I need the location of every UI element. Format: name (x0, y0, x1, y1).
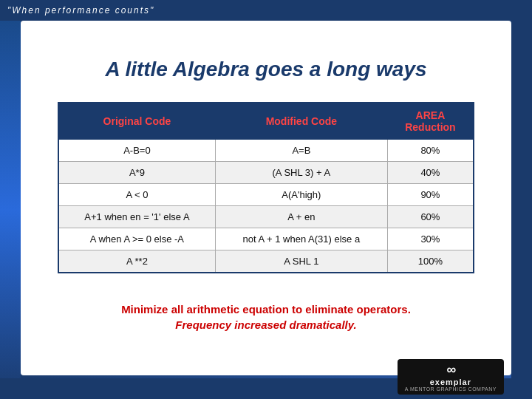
table-row: A when A >= 0 else -Anot A + 1 when A(31… (58, 228, 474, 250)
col-header-reduction: AREAReduction (387, 103, 474, 140)
table-header-row: Original Code Modified Code AREAReductio… (58, 103, 474, 140)
cell-original: A < 0 (58, 184, 215, 206)
cell-modified: (A SHL 3) + A (215, 162, 387, 184)
cell-original: A **2 (58, 250, 215, 273)
logo-box: ∞ exemplar A MENTOR GRAPHICS COMPANY (398, 359, 504, 395)
right-decorative-strip (511, 21, 532, 399)
logo-symbol: ∞ (446, 362, 454, 378)
footer-line1: Minimize all arithmetic equation to elim… (58, 303, 474, 316)
cell-original: A-B=0 (58, 140, 215, 162)
cell-reduction: 80% (387, 140, 474, 162)
left-decorative-strip (0, 21, 21, 399)
cell-modified: A=B (215, 140, 387, 162)
table-row: A-B=0A=B80% (58, 140, 474, 162)
footer-line2: Frequency increased dramatically. (58, 318, 474, 331)
logo-sub: A MENTOR GRAPHICS COMPANY (405, 386, 497, 392)
top-banner: "When performance counts" (0, 0, 532, 21)
cell-reduction: 30% (387, 228, 474, 250)
cell-reduction: 90% (387, 184, 474, 206)
cell-modified: not A + 1 when A(31) else a (215, 228, 387, 250)
banner-text: "When performance counts" (7, 5, 154, 16)
logo-brand: exemplar (430, 378, 471, 386)
cell-reduction: 100% (387, 250, 474, 273)
cell-reduction: 40% (387, 162, 474, 184)
cell-original: A+1 when en = '1' else A (58, 206, 215, 228)
table-row: A **2A SHL 1100% (58, 250, 474, 273)
cell-reduction: 60% (387, 206, 474, 228)
table-row: A*9(A SHL 3) + A40% (58, 162, 474, 184)
exemplar-logo: ∞ exemplar A MENTOR GRAPHICS COMPANY (398, 359, 504, 395)
col-header-original: Original Code (58, 103, 215, 140)
cell-original: A when A >= 0 else -A (58, 228, 215, 250)
table-row: A < 0A(A'high)90% (58, 184, 474, 206)
cell-modified: A SHL 1 (215, 250, 387, 273)
footer-text: Minimize all arithmetic equation to elim… (58, 303, 474, 331)
cell-modified: A(A'high) (215, 184, 387, 206)
page-title: A little Algebra goes a long ways (58, 58, 474, 81)
algebra-table: Original Code Modified Code AREAReductio… (58, 102, 474, 273)
data-table-container: Original Code Modified Code AREAReductio… (58, 102, 474, 273)
cell-modified: A + en (215, 206, 387, 228)
content-area: A little Algebra goes a long ways Origin… (21, 21, 511, 375)
col-header-modified: Modified Code (215, 103, 387, 140)
cell-original: A*9 (58, 162, 215, 184)
table-row: A+1 when en = '1' else AA + en60% (58, 206, 474, 228)
